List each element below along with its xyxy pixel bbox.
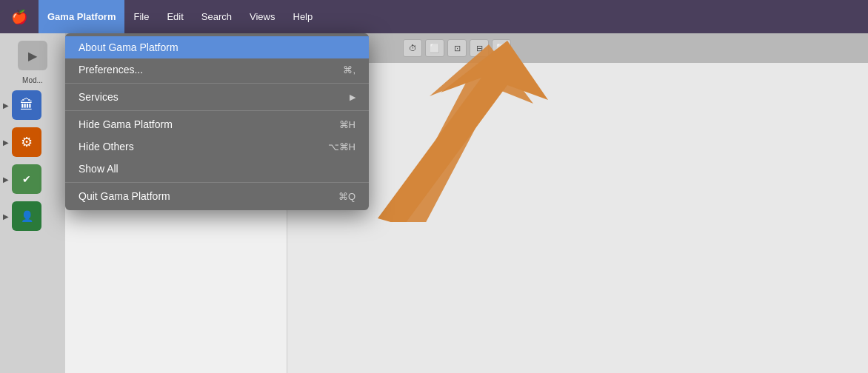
menu-item-about[interactable]: About Gama Platform	[65, 36, 369, 58]
sidebar-arrow-blue: ▶	[3, 101, 9, 110]
apple-menu-icon[interactable]: 🍎	[0, 0, 39, 33]
menu-item-preferences[interactable]: Preferences... ⌘,	[65, 58, 369, 81]
dropdown-menu: About Gama Platform Preferences... ⌘, Se…	[65, 33, 369, 210]
menu-item-about-label: About Gama Platform	[79, 41, 178, 53]
right-panel	[287, 63, 868, 373]
sidebar-arrow-orange: ▶	[3, 138, 9, 147]
sidebar-arrow-person: ▶	[3, 212, 9, 221]
sidebar-arrow-check: ▶	[3, 175, 9, 184]
menubar-item-file[interactable]: File	[124, 0, 158, 33]
sidebar: ▶ Mod... ▶ 🏛 ▶ ⚙ ▶ ✔ ▶ 👤	[0, 33, 65, 373]
menu-item-services-label: Services	[79, 91, 118, 103]
separator-2	[65, 110, 369, 111]
menu-item-hide-label: Hide Gama Platform	[79, 118, 173, 130]
toolbar-icon-square1[interactable]: ⬜	[425, 39, 444, 57]
toolbar-icon-minus[interactable]: ⊟	[470, 39, 489, 57]
menu-item-hide-others-label: Hide Others	[79, 141, 134, 152]
sidebar-folder-blue-icon[interactable]: 🏛	[12, 90, 41, 120]
menubar-item-search[interactable]: Search	[193, 0, 241, 33]
toolbar-icon-grid[interactable]: ⊡	[447, 39, 467, 57]
menu-item-services[interactable]: Services ▶	[65, 86, 369, 108]
toolbar-icon-timer[interactable]: ⏱	[403, 39, 422, 57]
menubar-item-views[interactable]: Views	[241, 0, 284, 33]
menu-item-hide-others-shortcut: ⌥⌘H	[328, 141, 355, 152]
menu-item-quit[interactable]: Quit Gama Platform ⌘Q	[65, 185, 369, 207]
menubar-item-edit[interactable]: Edit	[158, 0, 192, 33]
services-submenu-arrow: ▶	[350, 93, 355, 102]
sidebar-play-button[interactable]: ▶	[18, 41, 47, 70]
separator-1	[65, 83, 369, 84]
sidebar-folder-check-icon[interactable]: ✔	[12, 164, 41, 194]
menu-item-hide-others[interactable]: Hide Others ⌥⌘H	[65, 135, 369, 158]
menu-item-quit-shortcut: ⌘Q	[338, 191, 355, 202]
toolbar-icons: ⏱ ⬜ ⊡ ⊟ ⬜	[403, 39, 511, 57]
menu-item-hide-shortcut: ⌘H	[339, 119, 355, 130]
sidebar-model-label: Mod...	[22, 76, 43, 84]
menubar-item-gama-platform[interactable]: Gama Platform	[39, 0, 124, 33]
menu-item-show-all-label: Show All	[79, 163, 118, 175]
menubar: 🍎 Gama Platform File Edit Search Views H…	[0, 0, 868, 33]
menu-item-quit-label: Quit Gama Platform	[79, 190, 170, 202]
sidebar-row-orange: ▶ ⚙	[0, 126, 65, 158]
sidebar-row-blue: ▶ 🏛	[0, 89, 65, 121]
menu-item-hide[interactable]: Hide Gama Platform ⌘H	[65, 113, 369, 135]
menu-item-show-all[interactable]: Show All	[65, 158, 369, 180]
menu-item-preferences-shortcut: ⌘,	[343, 64, 355, 75]
sidebar-folder-orange-icon[interactable]: ⚙	[12, 127, 41, 157]
sidebar-folder-person-icon[interactable]: 👤	[12, 201, 41, 231]
toolbar-icon-square2[interactable]: ⬜	[492, 39, 511, 57]
menubar-item-help[interactable]: Help	[284, 0, 322, 33]
sidebar-row-person: ▶ 👤	[0, 200, 65, 232]
separator-3	[65, 182, 369, 183]
sidebar-row-check: ▶ ✔	[0, 163, 65, 195]
menu-item-preferences-label: Preferences...	[79, 64, 143, 75]
